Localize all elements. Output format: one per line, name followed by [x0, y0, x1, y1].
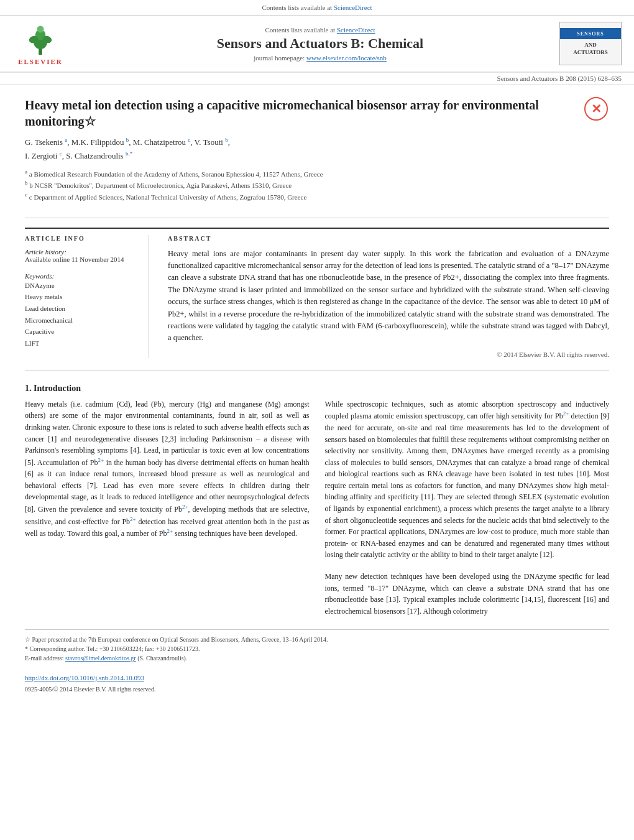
sensors-logo-bar: SENSORS [560, 28, 621, 39]
keyword-capacitive: Capacitive [25, 326, 139, 338]
article-info-header: ARTICLE INFO [25, 235, 139, 242]
main-content: Heavy metal ion detection using a capaci… [0, 85, 634, 705]
citation-text: Sensors and Actuators B 208 (2015) 628–6… [497, 75, 622, 82]
sciencedirect-link2[interactable]: ScienceDirect [337, 26, 375, 34]
article-info-col: ARTICLE INFO Article history: Available … [25, 235, 149, 358]
sciencedirect-link[interactable]: ScienceDirect [334, 4, 372, 11]
email-label: E-mail address: [25, 655, 63, 662]
affiliation-a: a a Biomedical Research Foundation of th… [25, 168, 575, 179]
journal-homepage: journal homepage: www.elsevier.com/locat… [81, 54, 559, 62]
intro-left-text: Heavy metals (i.e. cadmium (Cd), lead (P… [25, 399, 310, 540]
keyword-lift: LIFT [25, 338, 139, 349]
footnote-corresponding: * Corresponding author. Tel.: +30 210650… [25, 644, 609, 653]
affiliation-a-text: a Biomedical Research Foundation of the … [29, 170, 323, 178]
journal-info: Contents lists available at ScienceDirec… [81, 26, 559, 62]
history-label: Article history: [25, 248, 139, 256]
keyword-heavy-metals: Heavy metals [25, 291, 139, 303]
intro-section-number: 1. [25, 384, 32, 393]
keywords-label: Keywords: [25, 272, 139, 280]
doi-link[interactable]: http://dx.doi.org/10.1016/j.snb.2014.10.… [25, 674, 144, 681]
keyword-lead-detection: Lead detection [25, 303, 139, 315]
article-info-abstract: ARTICLE INFO Article history: Available … [25, 228, 609, 358]
abstract-header: ABSTRACT [168, 235, 609, 242]
issn-text: 0925-4005/© 2014 Elsevier B.V. All right… [25, 686, 609, 693]
article-history: Article history: Available online 11 Nov… [25, 248, 139, 263]
elsevier-tree-icon [22, 22, 59, 57]
contents-available-line: Contents lists available at ScienceDirec… [81, 26, 559, 34]
intro-section-title: 1. Introduction [25, 384, 609, 394]
journal-title: Sensors and Actuators B: Chemical [81, 35, 559, 52]
affiliation-c: c c Department of Applied Sciences, Nati… [25, 191, 575, 202]
sensors-actuators-text: ACTUATORS [573, 49, 608, 55]
elsevier-logo: ELSEVIER [12, 22, 68, 65]
intro-body: Heavy metals (i.e. cadmium (Cd), lead (P… [25, 399, 609, 617]
affiliation-c-text: c Department of Applied Sciences, Nation… [29, 193, 307, 200]
abstract-text: Heavy metal ions are major contaminants … [168, 248, 609, 344]
authors: G. Tsekenis a, M.K. Filippidou b, M. Cha… [25, 136, 575, 163]
crossmark-icon: ✕ [584, 97, 608, 121]
intro-left-col: Heavy metals (i.e. cadmium (Cd), lead (P… [25, 399, 310, 617]
footnote-star: ☆ Paper presented at the 7th European co… [25, 635, 609, 644]
keywords-section: Keywords: DNAzyme Heavy metals Lead dete… [25, 272, 139, 349]
contents-text2: Contents lists available at [265, 26, 335, 34]
abstract-col: ABSTRACT Heavy metal ions are major cont… [168, 235, 609, 358]
footnote-corresponding-text: * Corresponding author. Tel.: +30 210650… [25, 645, 200, 652]
affiliation-b-text: b NCSR "Demokritos", Department of Micro… [29, 182, 292, 189]
footnote-star-text: ☆ Paper presented at the 7th European co… [25, 636, 328, 643]
intro-right-col: While spectroscopic techniques, such as … [325, 399, 610, 617]
intro-right-text-2: Many new detection techniques have been … [325, 571, 610, 617]
keyword-dnazyme: DNAzyme [25, 280, 139, 292]
contents-label: Contents lists available at [262, 4, 332, 11]
footnote-email: E-mail address: stavros@imel.demokritos.… [25, 653, 609, 663]
top-bar: Contents lists available at ScienceDirec… [0, 0, 634, 16]
sensors-actuators-logo: SENSORS and ACTUATORS [559, 22, 622, 65]
citation-bar: Sensors and Actuators B 208 (2015) 628–6… [0, 73, 634, 85]
article-title: Heavy metal ion detection using a capaci… [25, 97, 575, 129]
sensors-logo-text: and ACTUATORS [573, 42, 608, 56]
content-divider [25, 371, 609, 371]
introduction-section: 1. Introduction Heavy metals (i.e. cadmi… [25, 384, 609, 617]
affiliations: a a Biomedical Research Foundation of th… [25, 168, 575, 201]
keyword-micromechanical: Micromechanical [25, 315, 139, 326]
sensors-and: and [584, 42, 597, 48]
homepage-link[interactable]: www.elsevier.com/locate/snb [306, 54, 387, 62]
elsevier-brand-text: ELSEVIER [18, 58, 63, 65]
footnotes: ☆ Paper presented at the 7th European co… [25, 629, 609, 693]
svg-point-3 [37, 25, 44, 32]
copyright-line: © 2014 Elsevier B.V. All rights reserved… [168, 351, 609, 358]
available-online: Available online 11 November 2014 [25, 256, 139, 263]
article-title-text: Heavy metal ion detection using a capaci… [25, 97, 575, 211]
intro-section-title-text: Introduction [34, 384, 81, 393]
affiliation-b: b b NCSR "Demokritos", Department of Mic… [25, 179, 575, 190]
journal-header: ELSEVIER Contents lists available at Sci… [0, 16, 634, 73]
email-suffix: (S. Chatzandroulis). [137, 655, 187, 662]
contents-text: Contents lists available at ScienceDirec… [262, 4, 372, 11]
email-link[interactable]: stavros@imel.demokritos.gr [65, 655, 136, 662]
article-title-section: Heavy metal ion detection using a capaci… [25, 97, 609, 218]
homepage-prefix: journal homepage: [254, 54, 305, 62]
crossmark-badge: ✕ [584, 97, 609, 122]
intro-right-text: While spectroscopic techniques, such as … [325, 399, 610, 561]
sensors-logo-bar-text: SENSORS [577, 31, 604, 37]
